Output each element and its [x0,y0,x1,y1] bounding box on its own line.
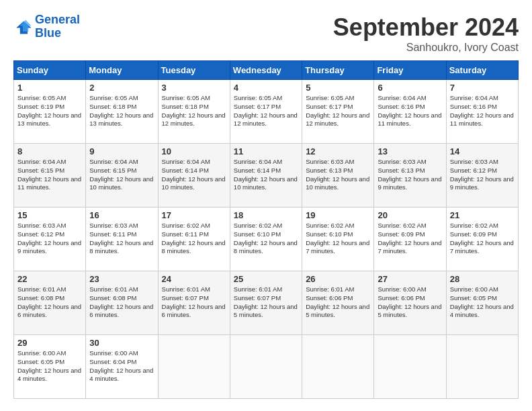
calendar-cell: 1Sunrise: 6:05 AM Sunset: 6:19 PM Daylig… [14,80,86,144]
calendar-cell [158,335,230,399]
calendar-cell: 7Sunrise: 6:04 AM Sunset: 6:16 PM Daylig… [446,80,518,144]
day-number: 3 [162,83,226,93]
day-number: 19 [306,210,370,220]
day-info: Sunrise: 6:02 AM Sunset: 6:11 PM Dayligh… [162,222,226,256]
day-number: 29 [17,338,82,348]
day-number: 1 [17,83,82,93]
calendar-cell: 14Sunrise: 6:03 AM Sunset: 6:12 PM Dayli… [446,144,518,208]
day-info: Sunrise: 6:03 AM Sunset: 6:12 PM Dayligh… [450,158,515,192]
calendar-cell: 30Sunrise: 6:00 AM Sunset: 6:04 PM Dayli… [86,335,158,399]
day-info: Sunrise: 6:05 AM Sunset: 6:19 PM Dayligh… [17,94,82,128]
day-number: 18 [234,210,298,220]
day-info: Sunrise: 6:03 AM Sunset: 6:11 PM Dayligh… [89,222,154,256]
day-info: Sunrise: 6:03 AM Sunset: 6:13 PM Dayligh… [378,158,442,192]
day-number: 2 [89,83,154,93]
weekday-header-tuesday: Tuesday [158,61,230,80]
day-number: 21 [450,210,515,220]
calendar-cell [446,335,518,399]
day-number: 9 [89,146,154,156]
calendar-cell: 19Sunrise: 6:02 AM Sunset: 6:10 PM Dayli… [302,208,374,271]
day-info: Sunrise: 6:00 AM Sunset: 6:04 PM Dayligh… [89,349,154,383]
day-info: Sunrise: 6:04 AM Sunset: 6:14 PM Dayligh… [162,158,226,192]
calendar-cell: 12Sunrise: 6:03 AM Sunset: 6:13 PM Dayli… [302,144,374,208]
calendar-cell: 23Sunrise: 6:01 AM Sunset: 6:08 PM Dayli… [86,271,158,335]
day-number: 25 [234,274,298,284]
calendar-cell: 17Sunrise: 6:02 AM Sunset: 6:11 PM Dayli… [158,208,230,271]
calendar-cell: 27Sunrise: 6:00 AM Sunset: 6:06 PM Dayli… [374,271,446,335]
page-header: General Blue September 2024 Sanhoukro, I… [13,13,519,54]
day-number: 22 [17,274,82,284]
calendar-cell: 28Sunrise: 6:00 AM Sunset: 6:05 PM Dayli… [446,271,518,335]
calendar-cell: 3Sunrise: 6:05 AM Sunset: 6:18 PM Daylig… [158,80,230,144]
day-info: Sunrise: 6:01 AM Sunset: 6:08 PM Dayligh… [89,285,154,320]
logo-line1: General [35,13,80,26]
calendar-cell: 6Sunrise: 6:04 AM Sunset: 6:16 PM Daylig… [374,80,446,144]
day-info: Sunrise: 6:00 AM Sunset: 6:05 PM Dayligh… [17,349,82,383]
calendar-cell: 4Sunrise: 6:05 AM Sunset: 6:17 PM Daylig… [230,80,302,144]
weekday-header-sunday: Sunday [14,61,86,80]
calendar-cell: 25Sunrise: 6:01 AM Sunset: 6:07 PM Dayli… [230,271,302,335]
day-info: Sunrise: 6:05 AM Sunset: 6:17 PM Dayligh… [306,94,370,128]
calendar-cell: 8Sunrise: 6:04 AM Sunset: 6:15 PM Daylig… [14,144,86,208]
day-info: Sunrise: 6:01 AM Sunset: 6:07 PM Dayligh… [162,285,226,320]
calendar-cell: 9Sunrise: 6:04 AM Sunset: 6:15 PM Daylig… [86,144,158,208]
calendar-cell: 26Sunrise: 6:01 AM Sunset: 6:06 PM Dayli… [302,271,374,335]
calendar-cell: 29Sunrise: 6:00 AM Sunset: 6:05 PM Dayli… [14,335,86,399]
day-info: Sunrise: 6:02 AM Sunset: 6:10 PM Dayligh… [306,222,370,256]
calendar-cell: 10Sunrise: 6:04 AM Sunset: 6:14 PM Dayli… [158,144,230,208]
calendar-cell [230,335,302,399]
logo-text: General Blue [35,13,80,40]
day-info: Sunrise: 6:01 AM Sunset: 6:08 PM Dayligh… [17,285,82,320]
day-number: 11 [234,146,298,156]
month-title: September 2024 [333,13,519,42]
day-info: Sunrise: 6:00 AM Sunset: 6:05 PM Dayligh… [450,285,515,320]
weekday-header-friday: Friday [374,61,446,80]
day-number: 20 [378,210,442,220]
day-info: Sunrise: 6:04 AM Sunset: 6:16 PM Dayligh… [378,94,442,128]
calendar-cell [374,335,446,399]
day-number: 7 [450,83,515,93]
day-info: Sunrise: 6:02 AM Sunset: 6:10 PM Dayligh… [234,222,298,256]
calendar-cell: 2Sunrise: 6:05 AM Sunset: 6:18 PM Daylig… [86,80,158,144]
calendar-cell: 16Sunrise: 6:03 AM Sunset: 6:11 PM Dayli… [86,208,158,271]
calendar-cell [302,335,374,399]
day-number: 16 [89,210,154,220]
day-number: 30 [89,338,154,348]
day-info: Sunrise: 6:05 AM Sunset: 6:18 PM Dayligh… [89,94,154,128]
day-info: Sunrise: 6:02 AM Sunset: 6:09 PM Dayligh… [450,222,515,256]
calendar-cell: 18Sunrise: 6:02 AM Sunset: 6:10 PM Dayli… [230,208,302,271]
day-info: Sunrise: 6:04 AM Sunset: 6:15 PM Dayligh… [89,158,154,192]
day-info: Sunrise: 6:04 AM Sunset: 6:14 PM Dayligh… [234,158,298,192]
weekday-header-monday: Monday [86,61,158,80]
day-number: 13 [378,146,442,156]
day-info: Sunrise: 6:02 AM Sunset: 6:09 PM Dayligh… [378,222,442,256]
calendar-cell: 15Sunrise: 6:03 AM Sunset: 6:12 PM Dayli… [14,208,86,271]
day-number: 23 [89,274,154,284]
day-number: 4 [234,83,298,93]
location: Sanhoukro, Ivory Coast [333,42,519,54]
calendar-cell: 24Sunrise: 6:01 AM Sunset: 6:07 PM Dayli… [158,271,230,335]
day-number: 10 [162,146,226,156]
day-number: 27 [378,274,442,284]
day-number: 28 [450,274,515,284]
calendar-cell: 21Sunrise: 6:02 AM Sunset: 6:09 PM Dayli… [446,208,518,271]
day-number: 8 [17,146,82,156]
day-info: Sunrise: 6:04 AM Sunset: 6:15 PM Dayligh… [17,158,82,192]
weekday-header-wednesday: Wednesday [230,61,302,80]
day-info: Sunrise: 6:05 AM Sunset: 6:17 PM Dayligh… [234,94,298,128]
calendar-cell: 5Sunrise: 6:05 AM Sunset: 6:17 PM Daylig… [302,80,374,144]
weekday-header-thursday: Thursday [302,61,374,80]
day-info: Sunrise: 6:03 AM Sunset: 6:12 PM Dayligh… [17,222,82,256]
calendar-table: SundayMondayTuesdayWednesdayThursdayFrid… [13,60,519,399]
day-info: Sunrise: 6:01 AM Sunset: 6:07 PM Dayligh… [234,285,298,320]
logo-icon [13,17,32,36]
day-number: 26 [306,274,370,284]
day-number: 5 [306,83,370,93]
calendar-cell: 22Sunrise: 6:01 AM Sunset: 6:08 PM Dayli… [14,271,86,335]
calendar-cell: 13Sunrise: 6:03 AM Sunset: 6:13 PM Dayli… [374,144,446,208]
day-info: Sunrise: 6:00 AM Sunset: 6:06 PM Dayligh… [378,285,442,320]
calendar-cell: 20Sunrise: 6:02 AM Sunset: 6:09 PM Dayli… [374,208,446,271]
day-info: Sunrise: 6:05 AM Sunset: 6:18 PM Dayligh… [162,94,226,128]
title-block: September 2024 Sanhoukro, Ivory Coast [333,13,519,54]
day-number: 14 [450,146,515,156]
